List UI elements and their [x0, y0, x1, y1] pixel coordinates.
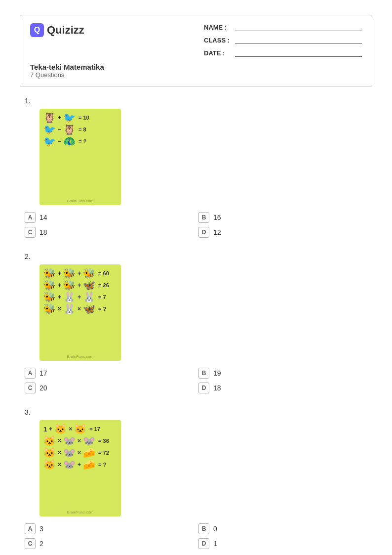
- q2-value-a: 17: [39, 369, 47, 377]
- question-1-number: 1.: [20, 97, 372, 105]
- date-label: DATE :: [204, 49, 231, 57]
- q1-row2: 🐦 − 🦉 = 8: [43, 125, 117, 134]
- q3-value-a: 3: [39, 525, 43, 533]
- q3-letter-c: C: [25, 538, 36, 549]
- header-box: Q Quizizz Teka-teki Matematika 7 Questio…: [20, 15, 372, 87]
- class-label: CLASS :: [204, 37, 231, 44]
- q3-value-b: 0: [213, 525, 217, 533]
- q3-watermark: BrainFuns.com: [67, 510, 94, 514]
- q2-row1: 🐝 + 🐝 + 🐝 = 60: [43, 268, 117, 278]
- q3-letter-d: D: [198, 538, 209, 549]
- name-label: NAME :: [204, 24, 231, 31]
- question-1: 1. 🦉 + 🐦 = 10 🐦 − 🦉 = 8 🐦 −: [20, 97, 372, 238]
- q3-letter-b: B: [198, 523, 209, 534]
- q3-row1: 1 + 🐱 × 🐱 = 17: [43, 424, 117, 434]
- q2-puzzle: 🐝 + 🐝 + 🐝 = 60 🐝 + 🐝 + 🦋 = 26 🐝: [39, 264, 121, 361]
- question-2-number: 2.: [20, 253, 372, 260]
- q1-answer-a: A 14: [25, 212, 198, 223]
- class-line: [235, 36, 362, 44]
- quiz-title: Teka-teki Matematika: [30, 63, 104, 71]
- question-3-number: 3.: [20, 408, 372, 416]
- class-field-row: CLASS :: [204, 36, 362, 44]
- q2-answer-b: B 19: [198, 368, 372, 379]
- quiz-subtitle: 7 Questions: [30, 71, 104, 79]
- header-right: NAME : CLASS : DATE :: [204, 23, 362, 57]
- q3-answer-c: C 2: [25, 538, 198, 549]
- q1-row3: 🐦 − 🦚 = ?: [43, 136, 117, 146]
- q1-value-d: 12: [213, 228, 221, 236]
- q3-row3: 🐱 × 🐭 × 🧀 = 72: [43, 448, 117, 458]
- logo-icon: Q: [30, 23, 44, 37]
- q1-letter-b: B: [198, 212, 209, 223]
- date-field-row: DATE :: [204, 49, 362, 57]
- q2-watermark: BrainFuns.com: [67, 354, 94, 359]
- page: Q Quizizz Teka-teki Matematika 7 Questio…: [0, 0, 392, 555]
- q2-answer-a: A 17: [25, 368, 198, 379]
- q2-letter-c: C: [25, 383, 36, 393]
- q2-row4: 🐝 × 🐰 × 🦋 = ?: [43, 304, 117, 314]
- q3-value-d: 1: [213, 540, 217, 548]
- q3-row4: 🐱 × 🐭 + 🧀 = ?: [43, 460, 117, 470]
- q1-answer-c: C 18: [25, 227, 198, 238]
- q2-row3: 🐝 + 🐰 + 🐰 = 7: [43, 292, 117, 302]
- q2-answer-c: C 20: [25, 383, 198, 393]
- question-3: 3. 1 + 🐱 × 🐱 = 17 🐱 × 🐭 × 🐭 = 36: [20, 408, 372, 549]
- q1-letter-d: D: [198, 227, 209, 238]
- q3-answer-d: D 1: [198, 538, 372, 549]
- question-2: 2. 🐝 + 🐝 + 🐝 = 60 🐝 + 🐝 + 🦋 = 26: [20, 253, 372, 393]
- q3-letter-a: A: [25, 523, 36, 534]
- q1-watermark: BrainFuns.com: [67, 199, 94, 203]
- q1-value-a: 14: [39, 213, 47, 221]
- q1-letter-a: A: [25, 212, 36, 223]
- question-2-image: 🐝 + 🐝 + 🐝 = 60 🐝 + 🐝 + 🦋 = 26 🐝: [39, 264, 121, 361]
- name-line: [235, 23, 362, 31]
- q1-row1: 🦉 + 🐦 = 10: [43, 113, 117, 123]
- q3-answers: A 3 B 0 C 2 D 1: [20, 523, 372, 549]
- q3-value-c: 2: [39, 540, 43, 548]
- q1-answer-d: D 12: [198, 227, 372, 238]
- q2-value-d: 18: [213, 384, 221, 392]
- q1-value-c: 18: [39, 228, 47, 236]
- q2-letter-d: D: [198, 383, 209, 393]
- q2-answers: A 17 B 19 C 20 D 18: [20, 368, 372, 393]
- q2-letter-b: B: [198, 368, 209, 379]
- q1-puzzle: 🦉 + 🐦 = 10 🐦 − 🦉 = 8 🐦 − 🦚 = ?: [39, 109, 121, 205]
- q2-value-c: 20: [39, 384, 47, 392]
- q2-value-b: 19: [213, 369, 221, 377]
- q3-answer-b: B 0: [198, 523, 372, 534]
- q2-answer-d: D 18: [198, 383, 372, 393]
- q1-answers: A 14 B 16 C 18 D 12: [20, 212, 372, 238]
- q3-row2: 🐱 × 🐭 × 🐭 = 36: [43, 436, 117, 446]
- date-line: [235, 49, 362, 57]
- question-3-image: 1 + 🐱 × 🐱 = 17 🐱 × 🐭 × 🐭 = 36 🐱: [39, 420, 121, 516]
- header-left: Q Quizizz Teka-teki Matematika 7 Questio…: [30, 23, 104, 79]
- q1-letter-c: C: [25, 227, 36, 238]
- q3-puzzle: 1 + 🐱 × 🐱 = 17 🐱 × 🐭 × 🐭 = 36 🐱: [39, 420, 121, 516]
- name-field-row: NAME :: [204, 23, 362, 31]
- q2-row2: 🐝 + 🐝 + 🦋 = 26: [43, 280, 117, 290]
- logo-text: Quizizz: [47, 24, 84, 37]
- q1-value-b: 16: [213, 213, 221, 221]
- logo: Q Quizizz: [30, 23, 104, 37]
- q2-letter-a: A: [25, 368, 36, 379]
- question-1-image: 🦉 + 🐦 = 10 🐦 − 🦉 = 8 🐦 − 🦚 = ?: [39, 109, 121, 205]
- q1-answer-b: B 16: [198, 212, 372, 223]
- q3-answer-a: A 3: [25, 523, 198, 534]
